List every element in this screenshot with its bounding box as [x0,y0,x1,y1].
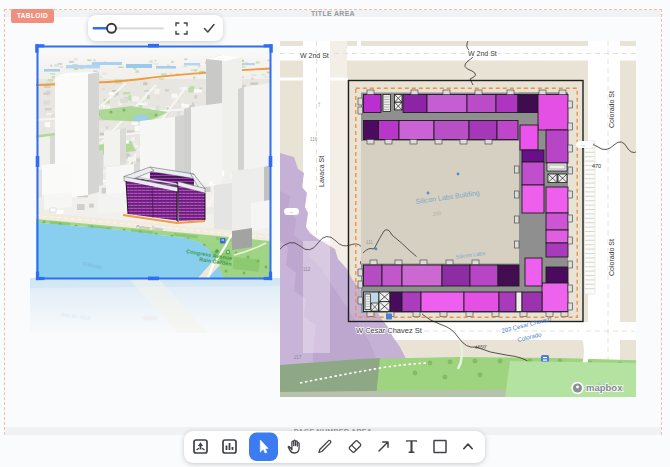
svg-text:4650': 4650' [475,343,487,350]
svg-text:Colorado St: Colorado St [608,239,615,276]
svg-text:W Cesar Chavez St: W Cesar Chavez St [356,326,423,335]
svg-text:→: → [288,208,295,215]
svg-text:Colorado St: Colorado St [608,91,615,128]
svg-text:112: 112 [303,267,311,272]
svg-text:Lavaca St: Lavaca St [318,156,325,187]
svg-text:→: → [580,141,587,148]
svg-text:Ann W. Rich: Ann W. Rich [59,311,91,321]
svg-text:470: 470 [592,163,601,169]
svg-text:111: 111 [366,240,373,245]
svg-text:W 2nd St: W 2nd St [468,50,497,57]
svg-text:mapbox: mapbox [586,382,623,393]
svg-text:200: 200 [432,210,441,217]
svg-text:W 2nd St: W 2nd St [300,52,329,59]
svg-text:217: 217 [294,355,302,360]
svg-text:↑: ↑ [317,100,321,109]
svg-text:116: 116 [310,137,318,142]
